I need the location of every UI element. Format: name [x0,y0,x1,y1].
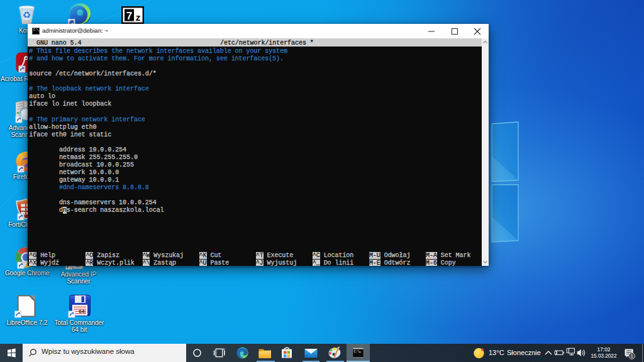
svg-text:C:\: C:\ [353,349,359,354]
svg-text:7: 7 [126,10,132,22]
svg-text:1: 1 [630,353,633,359]
svg-text:♻: ♻ [23,9,31,20]
svg-text:z: z [136,12,141,23]
svg-text:64:: 64: [79,309,86,314]
